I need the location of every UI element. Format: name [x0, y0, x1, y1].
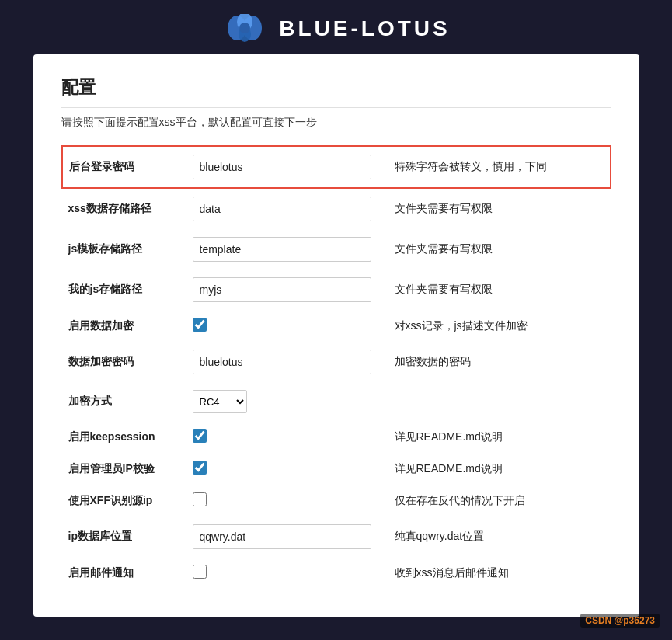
- field-label: 启用邮件通知: [62, 557, 186, 589]
- table-row: ip数据库位置纯真qqwry.dat位置: [62, 517, 611, 557]
- select-input[interactable]: RC4: [193, 390, 247, 413]
- field-hint: 仅在存在反代的情况下开启: [388, 485, 611, 517]
- table-row: xss数据存储路径文件夹需要有写权限: [62, 188, 611, 229]
- text-input[interactable]: [193, 524, 371, 549]
- field-label: 启用管理员IP校验: [62, 453, 186, 485]
- checkbox-input[interactable]: [193, 492, 207, 506]
- field-label: 加密方式: [62, 382, 186, 421]
- field-input-cell: [186, 557, 388, 589]
- field-hint: 文件夹需要有写权限: [388, 229, 611, 270]
- checkbox-input[interactable]: [193, 461, 207, 475]
- field-input-cell: [186, 342, 388, 382]
- main-card: 配置 请按照下面提示配置xss平台，默认配置可直接下一步 后台登录密码特殊字符会…: [33, 54, 639, 617]
- table-row: 启用keepsession详见README.md说明: [62, 421, 611, 453]
- field-input-cell: [186, 229, 388, 270]
- text-input[interactable]: [193, 155, 371, 179]
- field-hint: 收到xss消息后邮件通知: [388, 557, 611, 589]
- field-input-cell: [186, 421, 388, 453]
- logo-icon: [221, 14, 268, 43]
- table-row: 后台登录密码特殊字符会被转义，慎用，下同: [62, 146, 611, 188]
- checkbox-input[interactable]: [193, 318, 207, 332]
- field-input-cell: [186, 453, 388, 485]
- field-label: 数据加密密码: [62, 342, 186, 382]
- page-title: 配置: [61, 76, 611, 108]
- field-hint: [388, 382, 611, 421]
- field-label: ip数据库位置: [62, 517, 186, 557]
- field-hint: 对xss记录，js描述文件加密: [388, 310, 611, 342]
- logo: BLUE-LOTUS: [221, 14, 450, 43]
- svg-point-4: [239, 23, 250, 33]
- text-input[interactable]: [193, 277, 371, 302]
- field-hint: 文件夹需要有写权限: [388, 188, 611, 229]
- field-input-cell: RC4: [186, 382, 388, 421]
- field-label: xss数据存储路径: [62, 188, 186, 229]
- field-label: js模板存储路径: [62, 229, 186, 270]
- field-hint: 详见README.md说明: [388, 421, 611, 453]
- field-label: 我的js存储路径: [62, 270, 186, 310]
- field-hint: 加密数据的密码: [388, 342, 611, 382]
- table-row: 启用邮件通知收到xss消息后邮件通知: [62, 557, 611, 589]
- text-input[interactable]: [193, 237, 371, 262]
- table-row: 加密方式RC4: [62, 382, 611, 421]
- table-row: 我的js存储路径文件夹需要有写权限: [62, 270, 611, 310]
- field-label: 使用XFF识别源ip: [62, 485, 186, 517]
- field-input-cell: [186, 517, 388, 557]
- table-row: 数据加密密码加密数据的密码: [62, 342, 611, 382]
- text-input[interactable]: [193, 197, 371, 221]
- table-row: js模板存储路径文件夹需要有写权限: [62, 229, 611, 270]
- field-hint: 特殊字符会被转义，慎用，下同: [388, 146, 611, 188]
- field-input-cell: [186, 485, 388, 517]
- field-label: 后台登录密码: [62, 146, 186, 188]
- page-description: 请按照下面提示配置xss平台，默认配置可直接下一步: [61, 116, 611, 130]
- field-hint: 详见README.md说明: [388, 453, 611, 485]
- checkbox-input[interactable]: [193, 565, 207, 579]
- watermark: CSDN @p36273: [580, 614, 660, 628]
- field-input-cell: [186, 146, 388, 188]
- table-row: 使用XFF识别源ip仅在存在反代的情况下开启: [62, 485, 611, 517]
- field-input-cell: [186, 270, 388, 310]
- field-input-cell: [186, 310, 388, 342]
- config-table: 后台登录密码特殊字符会被转义，慎用，下同xss数据存储路径文件夹需要有写权限js…: [61, 145, 611, 589]
- text-input[interactable]: [193, 350, 371, 374]
- logo-text: BLUE-LOTUS: [279, 16, 450, 41]
- checkbox-input[interactable]: [193, 429, 207, 443]
- table-row: 启用管理员IP校验详见README.md说明: [62, 453, 611, 485]
- field-input-cell: [186, 188, 388, 229]
- header: BLUE-LOTUS: [0, 0, 672, 54]
- field-label: 启用数据加密: [62, 310, 186, 342]
- table-row: 启用数据加密对xss记录，js描述文件加密: [62, 310, 611, 342]
- field-hint: 纯真qqwry.dat位置: [388, 517, 611, 557]
- field-label: 启用keepsession: [62, 421, 186, 453]
- field-hint: 文件夹需要有写权限: [388, 270, 611, 310]
